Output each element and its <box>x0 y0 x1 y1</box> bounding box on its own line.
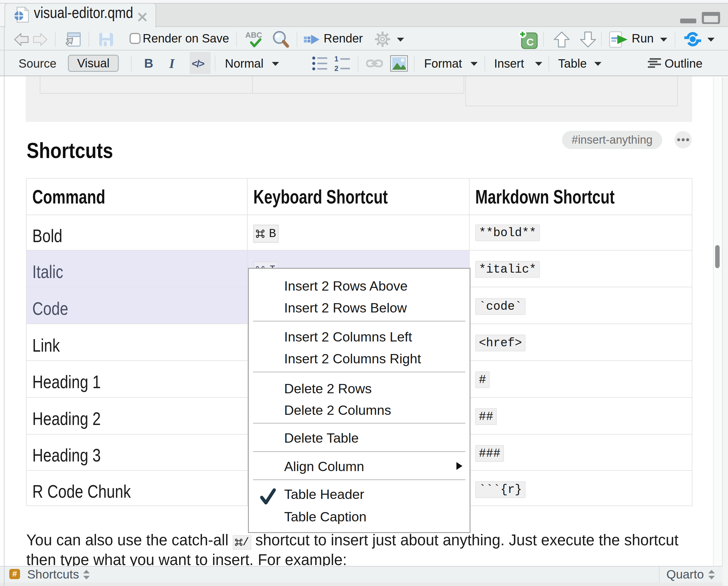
svg-text:1: 1 <box>334 56 338 63</box>
svg-text:C: C <box>526 36 534 48</box>
svg-text:2: 2 <box>334 64 338 71</box>
svg-text:ABC: ABC <box>245 30 262 40</box>
